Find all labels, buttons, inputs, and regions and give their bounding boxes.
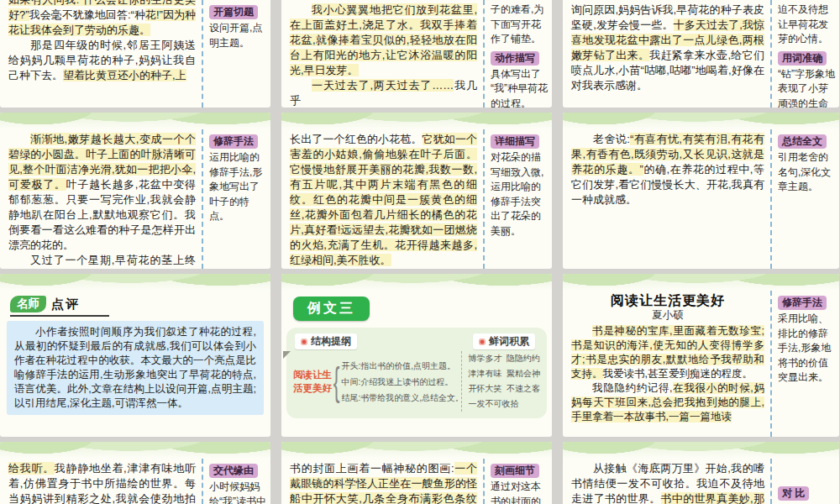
words-tag-label: 鲜词积累 xyxy=(489,334,529,349)
plain-text: 我爱读书,甚至爱到痴迷的程度。 xyxy=(603,368,753,380)
essay-text: 长出了一个红色的小花苞。它犹如一个害羞的小姑娘,偷偷地躲在叶子后面。它慢慢地舒展… xyxy=(281,129,483,269)
paragraph: 老舍说:“有喜有忧,有笑有泪,有花有果,有香有色,既须劳动,又长见识,这就是养花… xyxy=(571,132,764,207)
word-line: 一发不可收拾 xyxy=(468,396,540,412)
paragraph: 如果有人问我:“什么会让你的生活更美好?”我会毫不犹豫地回答:“种花!”因为种花… xyxy=(8,0,196,38)
annotation-text: 子的难看,为下面写开花作了铺垫。 xyxy=(491,3,550,47)
slide-panel: 询问原因,妈妈告诉我,早荷花的种子表皮坚硬,发芽会慢一些。十多天过去了,我惊喜地… xyxy=(563,0,839,108)
essay-text: 阅读让生活更美好 夏小硕 书是神秘的宝库,里面藏着无数珍宝;书是知识的海洋,使无… xyxy=(563,291,770,437)
slide-column-middle: 我小心翼翼地把它们放到花盆里,在上面盖好土,浇足了水。我双手捧着花盆,就像捧着宝… xyxy=(281,0,552,504)
annotation-text: 采用比喻、排比的修辞手法,形象地将书的价值突显出来。 xyxy=(778,312,837,386)
paragraph: 那是四年级的时候,邻居王阿姨送给妈妈几颗早荷花的种子,妈妈让我自己种下去。望着比… xyxy=(8,38,196,83)
slide-panel: 书的封面上画着一幅神秘的图画:一个戴眼镜的科学怪人正坐在一艘鱼形的怪船中开怀大笑… xyxy=(281,442,552,504)
paragraph: 我隐隐约约记得,在我很小的时候,妈妈每天下班回来,总会把我抱到她的腿上,手里拿着… xyxy=(571,381,764,424)
page-top-decoration xyxy=(563,274,839,291)
outline-items: 开头:指出书的价值,点明主题。中间:介绍我迷上读书的过程。结尾:书带给我的意义,… xyxy=(341,358,458,406)
word-line: 津津有味 聚精会神 xyxy=(468,366,540,381)
plain-text: 又过了一个星期,早荷花的茎上终于 xyxy=(8,254,196,269)
annotation-column: 总结全文引用老舍的名句,深化文章主题。 xyxy=(770,129,839,269)
annotation-badge: 动作描写 xyxy=(491,51,539,66)
paragraph: 一天过去了,两天过去了……我几乎 xyxy=(290,78,477,108)
page-top-decoration xyxy=(281,442,552,459)
essay-text: 书的封面上画着一幅神秘的图画:一个戴眼镜的科学怪人正坐在一艘鱼形的怪船中开怀大笑… xyxy=(281,459,483,504)
word-list: 博学多才 隐隐约约津津有味 聚精会神开怀大笑 不速之客一发不可收拾 xyxy=(461,351,540,412)
paragraph: 长出了一个红色的小花苞。它犹如一个害羞的小姑娘,偷偷地躲在叶子后面。它慢慢地舒展… xyxy=(290,132,477,268)
annotation-badge: 用词准确 xyxy=(778,51,827,66)
paragraph: 又过了一个星期,早荷花的茎上终于 xyxy=(8,253,196,269)
annotation-column: 详细描写对花朵的描写细致入微,运用比喻的修辞手法突出了花朵的美丽。 xyxy=(483,129,552,269)
slide-column-right: 询问原因,妈妈告诉我,早荷花的种子表皮坚硬,发芽会慢一些。十多天过去了,我惊喜地… xyxy=(563,0,839,504)
annotation-badge: 详细描写 xyxy=(491,134,539,149)
paragraph: 渐渐地,嫩芽越长越大,变成一个个碧绿的小圆盘。叶子上面的叶脉清晰可见,整个叶面洁… xyxy=(8,132,196,253)
annotation-column: 迫不及待想让早荷花发芽的心情。用词准确“钻”字形象地表现了小芽顽强的生命力。 xyxy=(770,0,839,108)
paragraph: 书的封面上画着一幅神秘的图画:一个戴眼镜的科学怪人正坐在一艘鱼形的怪船中开怀大笑… xyxy=(290,461,477,504)
essay-text: 我小心翼翼地把它们放到花盆里,在上面盖好土,浇足了水。我双手捧着花盆,就像捧着宝… xyxy=(281,0,483,108)
essay-text: 从接触《海底两万里》开始,我的嗜书情结便一发不可收拾。我迫不及待地走进了书的世界… xyxy=(563,459,770,504)
slide-panel: 给我听。我静静地坐着,津津有味地听着,仿佛置身于书中所描绘的世界。每当妈妈讲到精… xyxy=(0,442,270,504)
review-title: 点评 xyxy=(51,297,80,312)
red-dot-icon xyxy=(479,339,486,345)
annotation-text: 运用比喻的修辞手法,形象地写出了叶子的特点。 xyxy=(209,150,269,224)
annotation-badge: 总结全文 xyxy=(778,134,827,149)
outline-tag: 结构提纲 xyxy=(295,333,357,349)
outline-item: 结尾:书带给我的意义,总结全文。 xyxy=(341,390,458,406)
slide-column-left: 如果有人问我:“什么会让你的生活更美好?”我会毫不犹豫地回答:“种花!”因为种花… xyxy=(0,0,270,504)
annotation-badge: 刻画细节 xyxy=(491,464,539,478)
paragraph: 我小心翼翼地把它们放到花盆里,在上面盖好土,浇足了水。我双手捧着花盆,就像捧着宝… xyxy=(290,3,477,78)
brace-glyph: { xyxy=(333,358,340,405)
structure-outline-box: 结构提纲 鲜词积累 阅读让生活更美好 { 开头:指出书的价值,点明主题。中间:介… xyxy=(286,328,547,418)
paragraph: 书是神秘的宝库,里面藏着无数珍宝;书是知识的海洋,使无知的人变得博学多才;书是忠… xyxy=(571,324,764,381)
essay-text: 询问原因,妈妈告诉我,早荷花的种子表皮坚硬,发芽会慢一些。十多天过去了,我惊喜地… xyxy=(563,0,770,108)
highlighted-text: 给我听。 xyxy=(8,462,55,475)
slide-panel: 渐渐地,嫩芽越长越大,变成一个个碧绿的小圆盘。叶子上面的叶脉清晰可见,整个叶面洁… xyxy=(0,113,270,269)
annotation-column: 修辞手法运用比喻的修辞手法,形象地写出了叶子的特点。 xyxy=(202,129,270,269)
corner-fold-icon xyxy=(283,351,291,359)
annotation-text: “钻”字形象地表现了小芽顽强的生命力。 xyxy=(778,67,837,108)
highlighted-text: 一天过去了,两天过去了…… xyxy=(312,79,454,92)
review-comment: 小作者按照时间顺序为我们叙述了种花的过程,从最初的怀疑到最后的有成就感,我们可以… xyxy=(7,321,264,415)
annotation-text: 对花朵的描写细致入微,运用比喻的修辞手法突出了花朵的美丽。 xyxy=(491,150,550,239)
highlighted-text: 它犹如一个害羞的小姑娘,偷偷地躲在叶子后面。它慢慢地舒展开美丽的花瓣,我数一数,… xyxy=(290,133,477,266)
page-top-decoration xyxy=(281,274,552,291)
essay-theme: 阅读让生活更美好 xyxy=(293,368,332,395)
essay-text: 渐渐地,嫩芽越长越大,变成一个个碧绿的小圆盘。叶子上面的叶脉清晰可见,整个叶面洁… xyxy=(0,129,202,269)
annotation-text: 具体写出了“我”种早荷花的过程。 xyxy=(491,67,550,108)
page-top-decoration xyxy=(563,442,839,459)
slide-grid: 如果有人问我:“什么会让你的生活更美好?”我会毫不犹豫地回答:“种花!”因为种花… xyxy=(0,0,840,504)
annotation-badge: 修辞手法 xyxy=(209,134,258,149)
page-top-decoration xyxy=(563,113,839,129)
slide-panel: 如果有人问我:“什么会让你的生活更美好?”我会毫不犹豫地回答:“种花!”因为种花… xyxy=(0,0,270,108)
outline-item: 中间:介绍我迷上读书的过程。 xyxy=(341,374,458,390)
essay-text: 给我听。我静静地坐着,津津有味地听着,仿佛置身于书中所描绘的世界。每当妈妈讲到精… xyxy=(0,459,202,504)
outline-panel: 例文三 结构提纲 鲜词积累 阅读让生活更美好 { 开头:指出书的价值,点明主题。… xyxy=(281,274,552,437)
annotation-column: 开篇切题设问开篇,点明主题。 xyxy=(202,0,270,108)
annotation-badge: 对 比 xyxy=(778,486,809,501)
essay-text: 老舍说:“有喜有忧,有笑有泪,有花有果,有香有色,既须劳动,又长见识,这就是养花… xyxy=(563,129,770,269)
annotation-badge: 修辞手法 xyxy=(778,296,827,310)
essay-text: 如果有人问我:“什么会让你的生活更美好?”我会毫不犹豫地回答:“种花!”因为种花… xyxy=(0,0,202,108)
page-top-decoration xyxy=(0,274,270,291)
slide-panel: 长出了一个红色的小花苞。它犹如一个害羞的小姑娘,偷偷地躲在叶子后面。它慢慢地舒展… xyxy=(281,113,552,269)
annotation-text: 引用老舍的名句,深化文章主题。 xyxy=(778,150,837,195)
paragraph: 询问原因,妈妈告诉我,早荷花的种子表皮坚硬,发芽会慢一些。十多天过去了,我惊喜地… xyxy=(571,3,764,93)
annotation-text: 通过对这本书的封面的描写,表达 xyxy=(491,480,550,504)
annotation-column: 修辞手法采用比喻、排比的修辞手法,形象地将书的价值突显出来。 xyxy=(770,291,839,437)
teacher-badge: 名师 xyxy=(10,296,46,312)
annotation-column: 子的难看,为下面写开花作了铺垫。动作描写具体写出了“我”种早荷花的过程。 xyxy=(483,0,552,108)
annotation-badge: 开篇切题 xyxy=(209,5,258,19)
page-top-decoration xyxy=(281,113,552,129)
plain-text: 书的封面上画着一幅神秘的图画: xyxy=(290,462,454,475)
essay-title: 阅读让生活更美好 xyxy=(571,293,764,307)
paragraph: 给我听。我静静地坐着,津津有味地听着,仿佛置身于书中所描绘的世界。每当妈妈讲到精… xyxy=(8,461,196,504)
outline-item: 开头:指出书的价值,点明主题。 xyxy=(341,358,458,374)
paragraph: 从接触《海底两万里》开始,我的嗜书情结便一发不可收拾。我迫不及待地走进了书的世界… xyxy=(571,461,764,504)
word-line: 博学多才 隐隐约约 xyxy=(468,351,540,366)
essay-panel: 阅读让生活更美好 夏小硕 书是神秘的宝库,里面藏着无数珍宝;书是知识的海洋,使无… xyxy=(563,274,839,437)
page-top-decoration xyxy=(0,442,270,459)
annotation-text: 迫不及待想让早荷花发芽的心情。 xyxy=(778,3,837,47)
word-line: 开怀大笑 不速之客 xyxy=(468,381,540,396)
annotation-column: 刻画细节通过对这本书的封面的描写,表达 xyxy=(483,459,552,504)
words-tag: 鲜词积累 xyxy=(473,333,535,349)
annotation-text: 设问开篇,点明主题。 xyxy=(209,21,269,50)
slide-panel: 从接触《海底两万里》开始,我的嗜书情结便一发不可收拾。我迫不及待地走进了书的世界… xyxy=(563,442,839,504)
essay-body: 书是神秘的宝库,里面藏着无数珍宝;书是知识的海洋,使无知的人变得博学多才;书是忠… xyxy=(571,324,764,424)
